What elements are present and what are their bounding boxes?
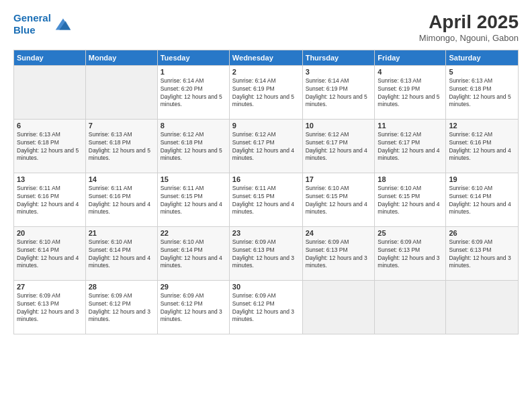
day-number: 26 xyxy=(449,229,515,237)
page: General Blue April 2025 Mimongo, Ngouni,… xyxy=(0,0,532,411)
day-info: Sunrise: 6:12 AM Sunset: 6:17 PM Dayligh… xyxy=(378,131,443,163)
calendar-week-3: 13Sunrise: 6:11 AM Sunset: 6:16 PM Dayli… xyxy=(14,173,519,226)
day-number: 11 xyxy=(378,122,443,130)
calendar-cell xyxy=(446,280,519,334)
day-info: Sunrise: 6:09 AM Sunset: 6:12 PM Dayligh… xyxy=(161,292,226,324)
day-number: 15 xyxy=(161,175,226,183)
calendar-cell: 6Sunrise: 6:13 AM Sunset: 6:18 PM Daylig… xyxy=(14,119,86,173)
day-info: Sunrise: 6:09 AM Sunset: 6:13 PM Dayligh… xyxy=(378,238,443,271)
calendar-cell: 17Sunrise: 6:10 AM Sunset: 6:15 PM Dayli… xyxy=(302,173,375,226)
day-info: Sunrise: 6:13 AM Sunset: 6:18 PM Dayligh… xyxy=(89,131,154,163)
calendar-cell: 7Sunrise: 6:13 AM Sunset: 6:18 PM Daylig… xyxy=(85,119,157,173)
calendar-week-1: 1Sunrise: 6:14 AM Sunset: 6:20 PM Daylig… xyxy=(14,65,519,119)
calendar-week-5: 27Sunrise: 6:09 AM Sunset: 6:13 PM Dayli… xyxy=(14,280,519,334)
month-title: April 2025 xyxy=(419,12,519,33)
day-number: 19 xyxy=(449,175,515,183)
calendar-cell: 4Sunrise: 6:13 AM Sunset: 6:19 PM Daylig… xyxy=(375,65,446,119)
day-number: 14 xyxy=(89,175,154,183)
calendar-cell: 27Sunrise: 6:09 AM Sunset: 6:13 PM Dayli… xyxy=(14,280,86,334)
day-info: Sunrise: 6:13 AM Sunset: 6:19 PM Dayligh… xyxy=(378,77,443,109)
day-number: 1 xyxy=(161,68,226,76)
calendar-cell: 25Sunrise: 6:09 AM Sunset: 6:13 PM Dayli… xyxy=(375,226,446,280)
logo-icon xyxy=(53,15,72,34)
day-info: Sunrise: 6:09 AM Sunset: 6:12 PM Dayligh… xyxy=(232,292,300,324)
day-number: 24 xyxy=(306,229,372,237)
day-info: Sunrise: 6:12 AM Sunset: 6:17 PM Dayligh… xyxy=(232,131,300,163)
calendar-cell xyxy=(14,65,86,119)
day-number: 30 xyxy=(232,283,300,291)
day-info: Sunrise: 6:09 AM Sunset: 6:13 PM Dayligh… xyxy=(449,238,515,271)
day-info: Sunrise: 6:12 AM Sunset: 6:18 PM Dayligh… xyxy=(161,131,226,163)
calendar-cell: 12Sunrise: 6:12 AM Sunset: 6:16 PM Dayli… xyxy=(446,119,519,173)
day-info: Sunrise: 6:13 AM Sunset: 6:18 PM Dayligh… xyxy=(17,131,83,163)
day-header-tuesday: Tuesday xyxy=(157,50,229,65)
day-header-monday: Monday xyxy=(85,50,157,65)
calendar-cell: 29Sunrise: 6:09 AM Sunset: 6:12 PM Dayli… xyxy=(157,280,229,334)
logo-blue: Blue xyxy=(13,24,36,36)
day-info: Sunrise: 6:09 AM Sunset: 6:12 PM Dayligh… xyxy=(89,292,154,324)
calendar-cell: 1Sunrise: 6:14 AM Sunset: 6:20 PM Daylig… xyxy=(157,65,229,119)
day-info: Sunrise: 6:11 AM Sunset: 6:16 PM Dayligh… xyxy=(17,185,83,217)
day-info: Sunrise: 6:12 AM Sunset: 6:17 PM Dayligh… xyxy=(306,131,372,163)
calendar-cell: 19Sunrise: 6:10 AM Sunset: 6:14 PM Dayli… xyxy=(446,173,519,226)
day-info: Sunrise: 6:14 AM Sunset: 6:19 PM Dayligh… xyxy=(232,77,300,109)
day-info: Sunrise: 6:11 AM Sunset: 6:15 PM Dayligh… xyxy=(232,185,300,217)
day-number: 8 xyxy=(161,122,226,130)
day-number: 22 xyxy=(161,229,226,237)
calendar-cell xyxy=(85,65,157,119)
day-number: 18 xyxy=(378,175,443,183)
day-number: 27 xyxy=(17,283,83,291)
day-number: 12 xyxy=(449,122,515,130)
title-area: April 2025 Mimongo, Ngouni, Gabon xyxy=(419,12,519,43)
day-info: Sunrise: 6:11 AM Sunset: 6:16 PM Dayligh… xyxy=(89,185,154,217)
day-number: 17 xyxy=(306,175,372,183)
day-info: Sunrise: 6:09 AM Sunset: 6:13 PM Dayligh… xyxy=(306,238,372,271)
day-info: Sunrise: 6:09 AM Sunset: 6:13 PM Dayligh… xyxy=(17,292,83,324)
calendar-cell: 9Sunrise: 6:12 AM Sunset: 6:17 PM Daylig… xyxy=(229,119,302,173)
day-header-wednesday: Wednesday xyxy=(229,50,302,65)
calendar-cell: 21Sunrise: 6:10 AM Sunset: 6:14 PM Dayli… xyxy=(85,226,157,280)
calendar-cell: 23Sunrise: 6:09 AM Sunset: 6:13 PM Dayli… xyxy=(229,226,302,280)
day-number: 28 xyxy=(89,283,154,291)
calendar-cell: 28Sunrise: 6:09 AM Sunset: 6:12 PM Dayli… xyxy=(85,280,157,334)
calendar-cell: 14Sunrise: 6:11 AM Sunset: 6:16 PM Dayli… xyxy=(85,173,157,226)
calendar-cell: 15Sunrise: 6:11 AM Sunset: 6:15 PM Dayli… xyxy=(157,173,229,226)
day-number: 3 xyxy=(306,68,372,76)
day-number: 2 xyxy=(232,68,300,76)
day-info: Sunrise: 6:10 AM Sunset: 6:15 PM Dayligh… xyxy=(306,185,372,217)
calendar-cell: 16Sunrise: 6:11 AM Sunset: 6:15 PM Dayli… xyxy=(229,173,302,226)
calendar-cell xyxy=(375,280,446,334)
day-info: Sunrise: 6:10 AM Sunset: 6:15 PM Dayligh… xyxy=(378,185,443,217)
day-number: 29 xyxy=(161,283,226,291)
calendar-cell: 18Sunrise: 6:10 AM Sunset: 6:15 PM Dayli… xyxy=(375,173,446,226)
day-number: 4 xyxy=(378,68,443,76)
calendar-cell: 30Sunrise: 6:09 AM Sunset: 6:12 PM Dayli… xyxy=(229,280,302,334)
calendar-table: SundayMondayTuesdayWednesdayThursdayFrid… xyxy=(13,50,519,334)
calendar-week-2: 6Sunrise: 6:13 AM Sunset: 6:18 PM Daylig… xyxy=(14,119,519,173)
calendar-cell: 22Sunrise: 6:10 AM Sunset: 6:14 PM Dayli… xyxy=(157,226,229,280)
calendar-cell: 8Sunrise: 6:12 AM Sunset: 6:18 PM Daylig… xyxy=(157,119,229,173)
logo-general: General xyxy=(13,12,51,24)
day-info: Sunrise: 6:14 AM Sunset: 6:20 PM Dayligh… xyxy=(161,77,226,109)
day-number: 13 xyxy=(17,175,83,183)
calendar-cell: 10Sunrise: 6:12 AM Sunset: 6:17 PM Dayli… xyxy=(302,119,375,173)
day-number: 25 xyxy=(378,229,443,237)
calendar-cell: 24Sunrise: 6:09 AM Sunset: 6:13 PM Dayli… xyxy=(302,226,375,280)
calendar-cell: 11Sunrise: 6:12 AM Sunset: 6:17 PM Dayli… xyxy=(375,119,446,173)
day-header-thursday: Thursday xyxy=(302,50,375,65)
day-number: 16 xyxy=(232,175,300,183)
day-header-friday: Friday xyxy=(375,50,446,65)
day-info: Sunrise: 6:12 AM Sunset: 6:16 PM Dayligh… xyxy=(449,131,515,163)
calendar-cell: 2Sunrise: 6:14 AM Sunset: 6:19 PM Daylig… xyxy=(229,65,302,119)
day-number: 20 xyxy=(17,229,83,237)
day-info: Sunrise: 6:13 AM Sunset: 6:18 PM Dayligh… xyxy=(449,77,515,109)
calendar-cell: 3Sunrise: 6:14 AM Sunset: 6:19 PM Daylig… xyxy=(302,65,375,119)
calendar-cell: 26Sunrise: 6:09 AM Sunset: 6:13 PM Dayli… xyxy=(446,226,519,280)
day-info: Sunrise: 6:10 AM Sunset: 6:14 PM Dayligh… xyxy=(17,238,83,271)
day-info: Sunrise: 6:10 AM Sunset: 6:14 PM Dayligh… xyxy=(89,238,154,271)
header: General Blue April 2025 Mimongo, Ngouni,… xyxy=(13,12,519,43)
calendar-cell xyxy=(302,280,375,334)
calendar-week-4: 20Sunrise: 6:10 AM Sunset: 6:14 PM Dayli… xyxy=(14,226,519,280)
day-info: Sunrise: 6:10 AM Sunset: 6:14 PM Dayligh… xyxy=(161,238,226,271)
day-number: 21 xyxy=(89,229,154,237)
